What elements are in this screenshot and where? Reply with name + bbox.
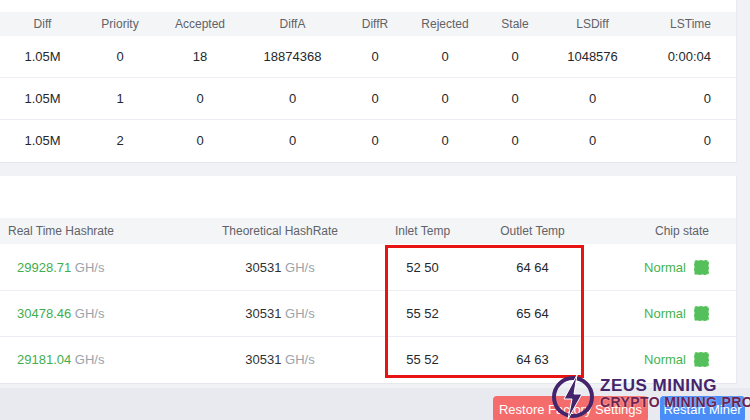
- theo-number: 30531: [245, 306, 281, 321]
- board-table-header: Real Time Hashrate Theoretical HashRate …: [0, 218, 736, 244]
- pool-table-row: 1.05M 2 0 0 0 0 0 0 0: [0, 119, 736, 161]
- pool-cell: 0: [340, 133, 410, 148]
- pool-cell: 0: [635, 133, 736, 148]
- pool-cell: 1.05M: [0, 49, 85, 64]
- board-table-row: 29928.71 GH/s 30531 GH/s 52 50 64 64 Nor…: [0, 244, 736, 290]
- real-hashrate-value: 29181.04 GH/s: [0, 352, 170, 367]
- chip-state-value: Normal: [610, 306, 736, 321]
- outlet-temp-value: 65 64: [455, 306, 610, 321]
- theo-unit: GH/s: [285, 306, 315, 321]
- theo-unit: GH/s: [285, 260, 315, 275]
- pool-cell: 0: [480, 133, 550, 148]
- pool-table-row: 1.05M 0 18 18874368 0 0 0 1048576 0:00:0…: [0, 36, 736, 77]
- col-header-real-hashrate: Real Time Hashrate: [0, 224, 170, 238]
- pool-cell: 0: [85, 49, 155, 64]
- col-header-rejected: Rejected: [410, 17, 480, 31]
- restore-factory-settings-button[interactable]: Restore Factory Settings: [493, 396, 648, 420]
- inlet-temp-value: 55 52: [390, 306, 455, 321]
- pool-cell: 0: [340, 49, 410, 64]
- pool-cell: 0: [410, 91, 480, 106]
- pool-cell: 18874368: [245, 49, 340, 64]
- hashrate-number: 29181.04: [17, 352, 71, 367]
- chip-status-icon: [694, 306, 709, 321]
- hashrate-number: 29928.71: [17, 260, 71, 275]
- pool-table-row: 1.05M 1 0 0 0 0 0 0 0: [0, 77, 736, 119]
- miner-dashboard-screen: Diff Priority Accepted DiffA DiffR Rejec…: [0, 0, 750, 420]
- col-header-stale: Stale: [480, 17, 550, 31]
- col-header-outlet-temp: Outlet Temp: [455, 224, 610, 238]
- pool-cell: 0: [245, 91, 340, 106]
- pool-cell: 1.05M: [0, 91, 85, 106]
- theo-number: 30531: [245, 260, 281, 275]
- pool-table-header: Diff Priority Accepted DiffA DiffR Rejec…: [0, 12, 736, 36]
- pool-cell: 0: [550, 91, 635, 106]
- pool-cell: 0: [340, 91, 410, 106]
- col-header-diffa: DiffA: [245, 17, 340, 31]
- theo-number: 30531: [245, 352, 281, 367]
- outlet-temp-value: 64 63: [455, 352, 610, 367]
- theo-unit: GH/s: [285, 352, 315, 367]
- hashrate-unit: GH/s: [75, 260, 105, 275]
- chip-status-icon: [694, 352, 709, 367]
- outlet-temp-value: 64 64: [455, 260, 610, 275]
- real-hashrate-value: 30478.46 GH/s: [0, 306, 170, 321]
- pool-cell: 0:00:04: [635, 49, 736, 64]
- chip-status-icon: [694, 260, 709, 275]
- hashrate-unit: GH/s: [75, 352, 105, 367]
- theo-hashrate-value: 30531 GH/s: [170, 306, 390, 321]
- pool-cell: 0: [410, 133, 480, 148]
- hashrate-unit: GH/s: [75, 306, 105, 321]
- pool-cell: 0: [480, 91, 550, 106]
- pool-stats-card: Diff Priority Accepted DiffA DiffR Rejec…: [0, 0, 737, 163]
- col-header-accepted: Accepted: [155, 17, 245, 31]
- col-header-lsdiff: LSDiff: [550, 17, 635, 31]
- col-header-lstime: LSTime: [635, 17, 736, 31]
- pool-cell: 1048576: [550, 49, 635, 64]
- pool-cell: 0: [480, 49, 550, 64]
- inlet-temp-value: 52 50: [390, 260, 455, 275]
- col-header-theo-hashrate: Theoretical HashRate: [170, 224, 390, 238]
- real-hashrate-value: 29928.71 GH/s: [0, 260, 170, 275]
- chip-state-label: Normal: [644, 352, 686, 367]
- board-table-row: 29181.04 GH/s 30531 GH/s 55 52 64 63 Nor…: [0, 336, 736, 382]
- pool-cell: 1: [85, 91, 155, 106]
- col-header-diffr: DiffR: [340, 17, 410, 31]
- chip-state-value: Normal: [610, 260, 736, 275]
- restart-miner-button[interactable]: Restart Miner: [660, 396, 745, 420]
- col-header-inlet-temp: Inlet Temp: [390, 224, 455, 238]
- pool-cell: 0: [550, 133, 635, 148]
- pool-cell: 0: [410, 49, 480, 64]
- chip-state-value: Normal: [610, 352, 736, 367]
- board-table-row: 30478.46 GH/s 30531 GH/s 55 52 65 64 Nor…: [0, 290, 736, 336]
- col-header-diff: Diff: [0, 17, 85, 31]
- hashboard-stats-card: Real Time Hashrate Theoretical HashRate …: [0, 176, 737, 384]
- pool-cell: 0: [245, 133, 340, 148]
- pool-cell: 1.05M: [0, 133, 85, 148]
- chip-state-label: Normal: [644, 306, 686, 321]
- col-header-chip-state: Chip state: [610, 224, 736, 238]
- pool-cell: 0: [155, 133, 245, 148]
- pool-cell: 2: [85, 133, 155, 148]
- col-header-priority: Priority: [85, 17, 155, 31]
- pool-cell: 0: [155, 91, 245, 106]
- inlet-temp-value: 55 52: [390, 352, 455, 367]
- pool-cell: 0: [635, 91, 736, 106]
- hashrate-number: 30478.46: [17, 306, 71, 321]
- theo-hashrate-value: 30531 GH/s: [170, 260, 390, 275]
- pool-cell: 18: [155, 49, 245, 64]
- theo-hashrate-value: 30531 GH/s: [170, 352, 390, 367]
- chip-state-label: Normal: [644, 260, 686, 275]
